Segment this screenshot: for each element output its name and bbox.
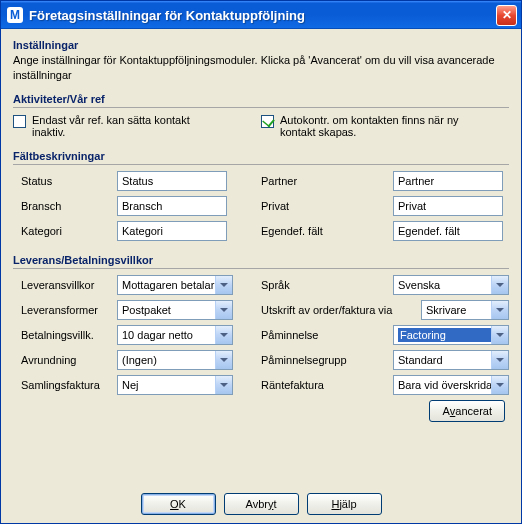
label-partner: Partner	[261, 175, 393, 187]
combo-leveransformer[interactable]: Postpaket	[117, 300, 233, 320]
label-utskrift: Utskrift av order/faktura via	[261, 304, 421, 316]
combo-rantefaktura[interactable]: Bara vid överskridande	[393, 375, 509, 395]
input-bransch[interactable]	[117, 196, 227, 216]
cancel-button[interactable]: Avbryt	[224, 493, 299, 515]
input-privat[interactable]	[393, 196, 503, 216]
checkbox-only-our-ref[interactable]	[13, 115, 26, 128]
chevron-down-icon	[215, 301, 232, 319]
group-activities-title: Aktiviteter/Vår ref	[13, 93, 509, 108]
chevron-down-icon	[491, 301, 508, 319]
combo-samlingsfaktura[interactable]: Nej	[117, 375, 233, 395]
label-privat: Privat	[261, 200, 393, 212]
settings-window: M Företagsinställningar för Kontaktuppfö…	[0, 0, 522, 524]
checkbox-only-our-ref-label: Endast vår ref. kan sätta kontakt inakti…	[32, 114, 222, 138]
input-status[interactable]	[117, 171, 227, 191]
label-rantefaktura: Räntefaktura	[261, 379, 393, 391]
label-sprak: Språk	[261, 279, 393, 291]
ok-button[interactable]: OK	[141, 493, 216, 515]
advanced-button[interactable]: Avancerat	[429, 400, 505, 422]
label-egendef: Egendef. fält	[261, 225, 393, 237]
close-icon: ✕	[502, 8, 512, 22]
close-button[interactable]: ✕	[496, 5, 517, 26]
label-paminnelsegrupp: Påminnelsegrupp	[261, 354, 393, 366]
label-paminnelse: Påminnelse	[261, 329, 393, 341]
window-title: Företagsinställningar för Kontaktuppfölj…	[29, 8, 496, 23]
label-leveransvillkor: Leveransvillkor	[13, 279, 117, 291]
label-avrundning: Avrundning	[13, 354, 117, 366]
checkbox-autocheck-contact[interactable]	[261, 115, 274, 128]
chevron-down-icon	[215, 276, 232, 294]
combo-avrundning[interactable]: (Ingen)	[117, 350, 233, 370]
titlebar: M Företagsinställningar för Kontaktuppfö…	[1, 1, 521, 29]
group-fielddesc-title: Fältbeskrivningar	[13, 150, 509, 165]
input-partner[interactable]	[393, 171, 503, 191]
page-title: Inställningar	[13, 39, 509, 51]
chevron-down-icon	[215, 326, 232, 344]
input-kategori[interactable]	[117, 221, 227, 241]
combo-betalningsvillk[interactable]: 10 dagar netto	[117, 325, 233, 345]
chevron-down-icon	[491, 276, 508, 294]
label-samlingsfaktura: Samlingsfaktura	[13, 379, 117, 391]
input-egendef[interactable]	[393, 221, 503, 241]
dialog-buttons: OK Avbryt Hjälp	[1, 493, 521, 515]
chevron-down-icon	[215, 351, 232, 369]
combo-paminnelse[interactable]: Factoring	[393, 325, 509, 345]
label-status: Status	[13, 175, 117, 187]
combo-utskrift[interactable]: Skrivare	[421, 300, 509, 320]
chevron-down-icon	[491, 326, 508, 344]
combo-paminnelsegrupp[interactable]: Standard	[393, 350, 509, 370]
label-bransch: Bransch	[13, 200, 117, 212]
label-kategori: Kategori	[13, 225, 117, 237]
chevron-down-icon	[491, 376, 508, 394]
group-delivery-title: Leverans/Betalningsvillkor	[13, 254, 509, 269]
app-icon: M	[7, 7, 23, 23]
label-betalningsvillk: Betalningsvillk.	[13, 329, 117, 341]
help-button[interactable]: Hjälp	[307, 493, 382, 515]
page-description: Ange inställningar för Kontaktuppföljnin…	[13, 53, 509, 83]
combo-sprak[interactable]: Svenska	[393, 275, 509, 295]
chevron-down-icon	[215, 376, 232, 394]
checkbox-autocheck-contact-label: Autokontr. om kontakten finns när ny kon…	[280, 114, 480, 138]
combo-leveransvillkor[interactable]: Mottagaren betalar	[117, 275, 233, 295]
label-leveransformer: Leveransformer	[13, 304, 117, 316]
chevron-down-icon	[491, 351, 508, 369]
